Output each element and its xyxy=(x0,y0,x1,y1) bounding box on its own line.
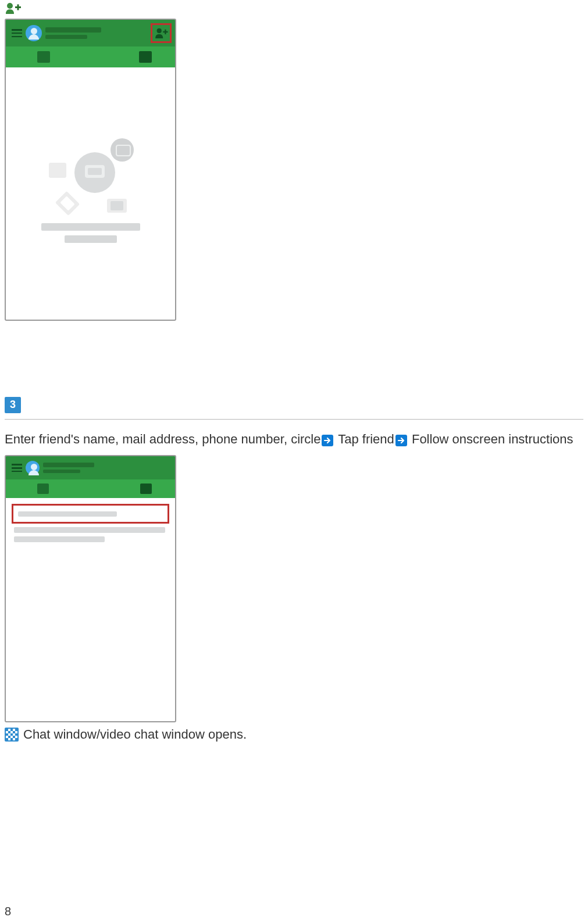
add-contact-highlight xyxy=(151,23,172,43)
result-text: Chat window/video chat window opens. xyxy=(23,727,247,742)
arrow-next-icon xyxy=(395,435,407,446)
no-contacts-hint xyxy=(14,527,167,542)
contact-status-placeholder xyxy=(43,470,80,473)
contact-name-placeholder xyxy=(43,463,94,467)
contact-name-placeholder xyxy=(45,27,101,33)
avatar-icon xyxy=(26,25,42,41)
tab-contacts-icon[interactable] xyxy=(140,484,152,494)
app-header xyxy=(6,456,175,479)
tab-bar xyxy=(6,479,175,498)
add-friend-icon xyxy=(5,1,21,15)
hangouts-illustration xyxy=(38,142,143,212)
instruction-text-3: Follow onscreen instructions xyxy=(412,432,573,446)
tab-contacts-icon[interactable] xyxy=(139,51,152,63)
page-number: 8 xyxy=(5,905,11,918)
svg-point-3 xyxy=(157,28,162,33)
search-input-highlight xyxy=(12,504,169,524)
empty-state-text-line2 xyxy=(65,235,117,243)
instruction-text-1: Enter friend's name, mail address, phone… xyxy=(5,432,320,446)
tab-bar xyxy=(6,46,175,67)
menu-icon[interactable] xyxy=(12,29,22,37)
arrow-next-icon xyxy=(322,435,333,446)
empty-hangouts-state xyxy=(6,67,175,320)
svg-rect-2 xyxy=(17,5,19,10)
contact-status-placeholder xyxy=(45,35,87,39)
step-number-badge: 3 xyxy=(5,397,21,413)
tab-messages-icon[interactable] xyxy=(37,484,49,494)
instruction-text-2: Tap friend xyxy=(338,432,394,446)
step-instruction: Enter friend's name, mail address, phone… xyxy=(5,430,583,449)
app-screenshot-empty-state xyxy=(5,19,176,321)
tab-messages-icon[interactable] xyxy=(37,51,50,63)
app-screenshot-search xyxy=(5,455,176,722)
step-divider xyxy=(5,419,583,420)
finish-flag-icon xyxy=(5,728,19,742)
menu-icon[interactable] xyxy=(12,464,22,472)
search-input[interactable] xyxy=(18,511,117,517)
add-contact-icon[interactable] xyxy=(152,30,170,44)
avatar-icon xyxy=(26,461,40,475)
svg-point-0 xyxy=(7,3,13,9)
app-header xyxy=(6,20,175,46)
svg-rect-5 xyxy=(165,30,166,34)
empty-state-text-line1 xyxy=(41,223,140,231)
